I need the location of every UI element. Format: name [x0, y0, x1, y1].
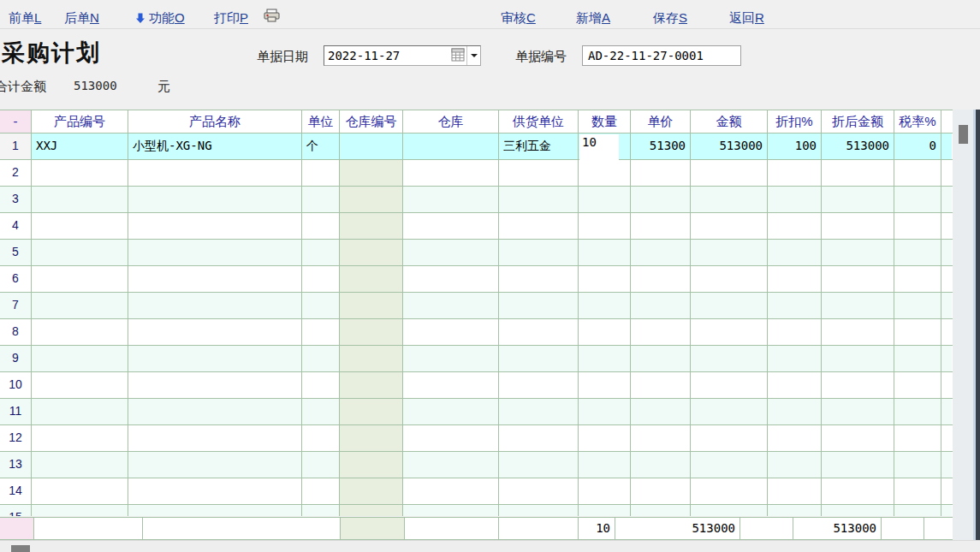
row-number[interactable]: 1: [0, 134, 32, 159]
quantity-cell[interactable]: [579, 240, 631, 265]
col-header-tax-rate[interactable]: 税率%: [894, 110, 941, 133]
unit-price-cell[interactable]: [631, 452, 691, 478]
warehouse-code-cell[interactable]: [340, 266, 403, 292]
warehouse-cell[interactable]: [403, 478, 499, 504]
discount-cell[interactable]: [768, 346, 822, 371]
stub-cell[interactable]: [941, 346, 952, 371]
unit-cell[interactable]: [302, 240, 340, 265]
unit-cell[interactable]: [302, 346, 340, 371]
discounted-amount-cell[interactable]: [822, 372, 894, 398]
unit-price-cell[interactable]: [631, 240, 691, 265]
product-name-cell[interactable]: [128, 240, 302, 265]
product-name-cell[interactable]: [128, 452, 302, 478]
warehouse-cell[interactable]: [403, 425, 499, 451]
quantity-cell[interactable]: [579, 399, 631, 424]
product-code-cell[interactable]: [32, 478, 128, 504]
discounted-amount-cell[interactable]: [822, 213, 894, 239]
tax-rate-cell[interactable]: [894, 452, 941, 478]
product-code-cell[interactable]: [32, 452, 128, 478]
unit-cell[interactable]: [302, 372, 340, 398]
warehouse-code-cell[interactable]: [340, 346, 403, 371]
unit-cell[interactable]: [302, 293, 340, 318]
warehouse-code-cell[interactable]: [340, 187, 403, 212]
table-row[interactable]: 14: [0, 478, 953, 505]
discounted-amount-cell[interactable]: [822, 319, 894, 345]
stub-cell[interactable]: [941, 160, 952, 186]
table-row[interactable]: 2: [0, 160, 953, 187]
supplier-cell[interactable]: 三利五金: [499, 134, 579, 159]
stub-cell[interactable]: [941, 399, 952, 424]
col-header-warehouse-code[interactable]: 仓库编号: [340, 110, 403, 133]
unit-cell[interactable]: [302, 160, 340, 186]
discounted-amount-cell[interactable]: [822, 266, 894, 292]
warehouse-code-cell[interactable]: [340, 372, 403, 398]
unit-cell[interactable]: [302, 266, 340, 292]
col-header-unit-price[interactable]: 单价: [631, 110, 691, 133]
unit-price-cell[interactable]: [631, 187, 691, 212]
table-row[interactable]: 4: [0, 213, 953, 240]
product-code-cell[interactable]: XXJ: [32, 134, 128, 159]
stub-cell[interactable]: [941, 213, 952, 239]
product-code-cell[interactable]: [32, 425, 128, 451]
stub-cell[interactable]: [941, 187, 952, 212]
discount-cell[interactable]: [768, 452, 822, 478]
product-name-cell[interactable]: [128, 505, 302, 516]
quantity-cell[interactable]: [579, 293, 631, 318]
product-name-cell[interactable]: [128, 213, 302, 239]
warehouse-code-cell[interactable]: [340, 240, 403, 265]
horizontal-scrollbar[interactable]: [0, 540, 980, 552]
amount-cell[interactable]: [691, 505, 768, 516]
unit-price-cell[interactable]: 51300: [631, 134, 691, 159]
table-row[interactable]: 9: [0, 346, 953, 372]
add-new-button[interactable]: 新增A: [576, 10, 610, 27]
table-row[interactable]: 13: [0, 452, 953, 478]
table-row[interactable]: 12: [0, 425, 953, 452]
discount-cell[interactable]: [768, 240, 822, 265]
row-number[interactable]: 14: [0, 478, 32, 504]
return-button[interactable]: 返回R: [729, 10, 764, 27]
tax-rate-cell[interactable]: [894, 293, 941, 318]
warehouse-cell[interactable]: [403, 240, 499, 265]
quantity-cell[interactable]: [579, 187, 631, 212]
supplier-cell[interactable]: [499, 346, 579, 371]
discount-cell[interactable]: [768, 319, 822, 345]
stub-header[interactable]: [941, 110, 952, 133]
discount-cell[interactable]: [768, 213, 822, 239]
row-number[interactable]: 8: [0, 319, 32, 345]
product-name-cell[interactable]: 小型机-XG-NG: [128, 134, 302, 159]
discounted-amount-cell[interactable]: [822, 187, 894, 212]
date-dropdown-arrow[interactable]: [466, 46, 480, 65]
row-number[interactable]: 9: [0, 346, 32, 371]
quantity-cell[interactable]: [579, 505, 631, 516]
product-code-cell[interactable]: [32, 505, 128, 516]
discount-cell[interactable]: [768, 505, 822, 516]
unit-price-cell[interactable]: [631, 425, 691, 451]
product-code-cell[interactable]: [32, 346, 128, 371]
warehouse-code-cell[interactable]: [340, 478, 403, 504]
supplier-cell[interactable]: [499, 452, 579, 478]
col-header-product-name[interactable]: 产品名称: [128, 110, 302, 133]
discounted-amount-cell[interactable]: [822, 478, 894, 504]
product-name-cell[interactable]: [128, 187, 302, 212]
amount-cell[interactable]: [691, 240, 768, 265]
unit-cell[interactable]: [302, 478, 340, 504]
amount-cell[interactable]: [691, 187, 768, 212]
amount-cell[interactable]: 513000: [691, 134, 768, 159]
unit-cell[interactable]: [302, 213, 340, 239]
table-row[interactable]: 15: [0, 505, 953, 516]
discounted-amount-cell[interactable]: [822, 425, 894, 451]
discount-cell[interactable]: [768, 160, 822, 186]
table-row[interactable]: 5: [0, 240, 953, 266]
discount-cell[interactable]: 100: [768, 134, 822, 159]
discounted-amount-cell[interactable]: [822, 293, 894, 318]
quantity-cell[interactable]: [579, 478, 631, 504]
row-number[interactable]: 5: [0, 240, 32, 265]
discount-cell[interactable]: [768, 372, 822, 398]
tax-rate-cell[interactable]: [894, 160, 941, 186]
table-row[interactable]: 6: [0, 266, 953, 293]
unit-cell[interactable]: [302, 452, 340, 478]
amount-cell[interactable]: [691, 319, 768, 345]
unit-cell[interactable]: [302, 425, 340, 451]
discounted-amount-cell[interactable]: [822, 346, 894, 371]
quantity-cell[interactable]: [579, 160, 631, 186]
